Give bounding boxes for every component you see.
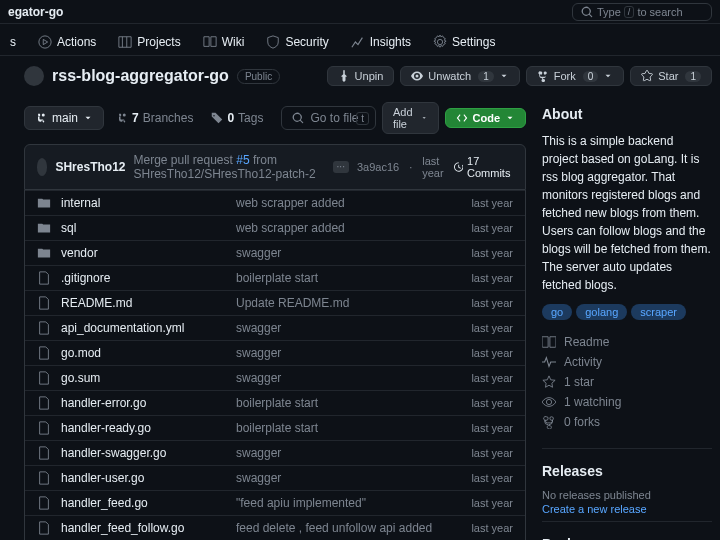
nav-security[interactable]: Security	[256, 31, 338, 53]
latest-commit-bar[interactable]: SHresTho12 Merge pull request #5 from SH…	[24, 144, 526, 190]
file-row: api_documentation.ymlswaggerlast year	[25, 315, 525, 340]
file-row: handler_feed_follow.gofeed delete , feed…	[25, 515, 525, 540]
repo-name[interactable]: rss-blog-aggregator-go	[52, 67, 229, 85]
graph-icon	[351, 35, 365, 49]
file-commit-msg[interactable]: boilerplate start	[236, 271, 463, 285]
watching-link[interactable]: 1 watching	[542, 392, 712, 412]
file-name[interactable]: handler-swagger.go	[61, 446, 236, 460]
file-commit-msg[interactable]: boilerplate start	[236, 421, 463, 435]
file-row: handler-ready.goboilerplate startlast ye…	[25, 415, 525, 440]
chevron-down-icon	[421, 113, 427, 123]
file-commit-msg[interactable]: swagger	[236, 246, 463, 260]
nav-wiki[interactable]: Wiki	[193, 31, 255, 53]
star-button[interactable]: Star 1	[630, 66, 712, 86]
fork-button[interactable]: Fork 0	[526, 66, 625, 86]
topic-golang[interactable]: golang	[576, 304, 627, 320]
pulse-icon	[542, 355, 556, 369]
commit-author[interactable]: SHresTho12	[55, 160, 125, 174]
chevron-down-icon	[83, 113, 93, 123]
activity-link[interactable]: Activity	[542, 352, 712, 372]
file-name[interactable]: sql	[61, 221, 236, 235]
file-icon	[37, 321, 51, 335]
branches-link[interactable]: 7Branches	[110, 111, 199, 125]
file-time: last year	[471, 397, 513, 409]
code-icon	[456, 112, 468, 124]
file-row: README.mdUpdate README.mdlast year	[25, 290, 525, 315]
context-crumb[interactable]: egator-go	[8, 5, 63, 19]
tags-link[interactable]: 0Tags	[205, 111, 269, 125]
eye-icon	[411, 70, 423, 82]
file-commit-msg[interactable]: swagger	[236, 321, 463, 335]
unpin-button[interactable]: Unpin	[327, 66, 395, 86]
create-release-link[interactable]: Create a new release	[542, 503, 712, 515]
file-name[interactable]: handler-error.go	[61, 396, 236, 410]
search-input[interactable]: Type / to search	[572, 3, 712, 21]
file-commit-msg[interactable]: feed delete , feed unfollow api added	[236, 521, 463, 535]
about-heading: About	[542, 106, 712, 122]
file-time: last year	[471, 247, 513, 259]
file-commit-msg[interactable]: boilerplate start	[236, 396, 463, 410]
go-to-file-input[interactable]: Go to file t	[281, 106, 375, 130]
nav-s[interactable]: s	[0, 31, 26, 53]
file-commit-msg[interactable]: swagger	[236, 346, 463, 360]
file-name[interactable]: internal	[61, 196, 236, 210]
file-commit-msg[interactable]: swagger	[236, 471, 463, 485]
file-row: .gitignoreboilerplate startlast year	[25, 265, 525, 290]
file-name[interactable]: handler_feed_follow.go	[61, 521, 236, 535]
forks-link[interactable]: 0 forks	[542, 412, 712, 432]
file-name[interactable]: go.mod	[61, 346, 236, 360]
owner-avatar[interactable]	[24, 66, 44, 86]
file-name[interactable]: README.md	[61, 296, 236, 310]
visibility-badge: Public	[237, 69, 280, 84]
commit-message[interactable]: Merge pull request #5 from SHresTho12/SH…	[133, 153, 324, 181]
file-name[interactable]: handler_feed.go	[61, 496, 236, 510]
file-icon	[37, 396, 51, 410]
readme-link[interactable]: Readme	[542, 332, 712, 352]
fork-icon	[537, 70, 549, 82]
nav-settings[interactable]: Settings	[423, 31, 505, 53]
chevron-down-icon	[499, 71, 509, 81]
code-button[interactable]: Code	[445, 108, 527, 128]
watch-button[interactable]: Unwatch 1	[400, 66, 519, 86]
shield-icon	[266, 35, 280, 49]
add-file-button[interactable]: Add file	[382, 102, 439, 134]
file-time: last year	[471, 372, 513, 384]
file-commit-msg[interactable]: Update README.md	[236, 296, 463, 310]
file-icon	[37, 471, 51, 485]
branch-picker[interactable]: main	[24, 106, 104, 130]
file-commit-msg[interactable]: web scrapper added	[236, 221, 463, 235]
file-time: last year	[471, 497, 513, 509]
file-commit-msg[interactable]: swagger	[236, 371, 463, 385]
packages-heading[interactable]: Packages	[542, 536, 712, 540]
file-commit-msg[interactable]: "feed apiu implemented"	[236, 496, 463, 510]
commit-sha[interactable]: 3a9ac16	[357, 161, 399, 173]
file-commit-msg[interactable]: web scrapper added	[236, 196, 463, 210]
file-icon	[37, 371, 51, 385]
folder-icon	[37, 221, 51, 235]
file-name[interactable]: .gitignore	[61, 271, 236, 285]
topic-scraper[interactable]: scraper	[631, 304, 686, 320]
file-time: last year	[471, 222, 513, 234]
releases-heading[interactable]: Releases	[542, 463, 712, 479]
file-name[interactable]: handler-user.go	[61, 471, 236, 485]
author-avatar[interactable]	[37, 158, 47, 176]
chevron-down-icon	[603, 71, 613, 81]
nav-projects[interactable]: Projects	[108, 31, 190, 53]
file-commit-msg[interactable]: swagger	[236, 446, 463, 460]
file-name[interactable]: vendor	[61, 246, 236, 260]
stars-link[interactable]: 1 star	[542, 372, 712, 392]
nav-insights[interactable]: Insights	[341, 31, 421, 53]
commits-link[interactable]: 17 Commits	[454, 155, 513, 179]
nav-actions[interactable]: Actions	[28, 31, 106, 53]
file-name[interactable]: api_documentation.yml	[61, 321, 236, 335]
pin-icon	[338, 70, 350, 82]
about-description: This is a simple backend project based o…	[542, 132, 712, 294]
file-icon	[37, 421, 51, 435]
file-icon	[37, 296, 51, 310]
file-name[interactable]: go.sum	[61, 371, 236, 385]
commit-time: last year	[422, 155, 443, 179]
file-name[interactable]: handler-ready.go	[61, 421, 236, 435]
fork-icon	[542, 415, 556, 429]
expand-commit-button[interactable]: ···	[333, 161, 349, 173]
topic-go[interactable]: go	[542, 304, 572, 320]
